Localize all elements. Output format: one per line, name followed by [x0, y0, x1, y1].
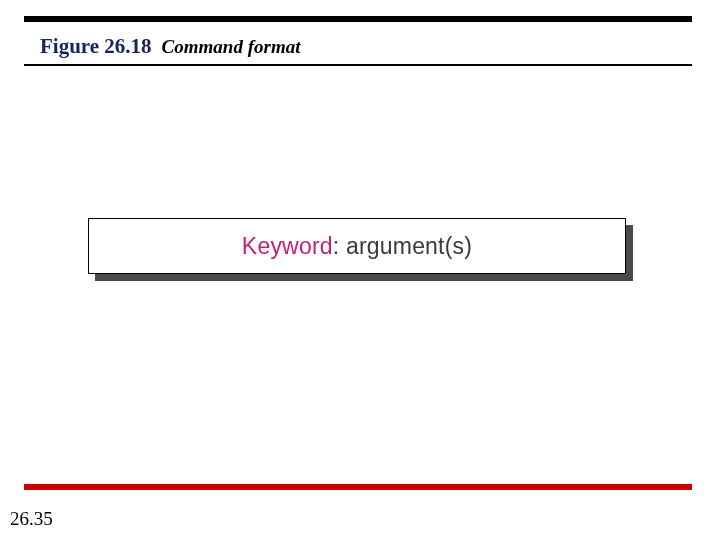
argument-text: argument(s)	[346, 233, 472, 259]
caption-underline	[24, 64, 692, 66]
box-face: Keyword: argument(s)	[88, 218, 626, 274]
figure-number: Figure 26.18	[40, 34, 152, 59]
separator-text: :	[333, 233, 346, 259]
bottom-rule	[24, 484, 692, 490]
top-rule	[24, 16, 692, 22]
command-format-box: Keyword: argument(s)	[88, 218, 626, 274]
keyword-text: Keyword	[242, 233, 333, 259]
figure-title: Command format	[162, 36, 301, 58]
page-number: 26.35	[10, 508, 53, 530]
figure-caption: Figure 26.18 Command format	[40, 34, 300, 59]
command-format-text: Keyword: argument(s)	[242, 233, 472, 260]
